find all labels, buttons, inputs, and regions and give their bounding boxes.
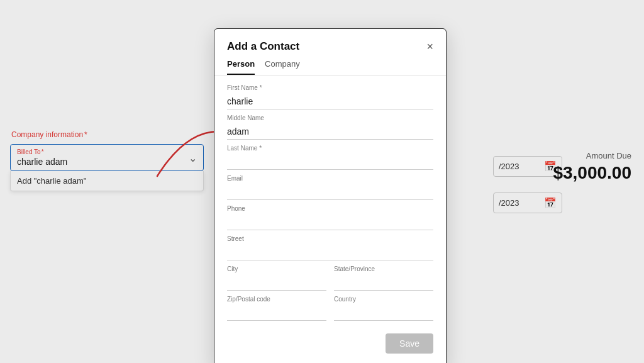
- email-label-text: Email: [227, 175, 243, 182]
- country-label-text: Country: [334, 296, 356, 303]
- state-input[interactable]: [334, 274, 433, 291]
- first-name-label-text: First Name *: [227, 84, 262, 91]
- country-input[interactable]: [334, 304, 433, 321]
- zip-country-row: Zip/Postal code Country: [227, 296, 433, 321]
- save-button[interactable]: Save: [386, 333, 433, 354]
- phone-label-text: Phone: [227, 205, 245, 212]
- phone-field: Phone: [227, 205, 433, 230]
- email-input[interactable]: [227, 183, 433, 200]
- middle-name-label-text: Middle Name: [227, 114, 264, 121]
- city-label-text: City: [227, 265, 238, 272]
- modal-header: Add a Contact ×: [214, 29, 446, 53]
- first-name-label: First Name *: [227, 84, 433, 91]
- modal-tabs: Person Company: [214, 53, 446, 75]
- last-name-label-text: Last Name *: [227, 145, 262, 152]
- street-field: Street: [227, 235, 433, 260]
- tab-person[interactable]: Person: [227, 59, 255, 75]
- state-field: State/Province: [334, 265, 433, 291]
- add-contact-modal: Add a Contact × Person Company First Nam…: [214, 28, 447, 363]
- city-label: City: [227, 265, 326, 272]
- zip-input[interactable]: [227, 304, 326, 321]
- last-name-field: Last Name *: [227, 145, 433, 170]
- zip-field: Zip/Postal code: [227, 296, 326, 321]
- zip-label-text: Zip/Postal code: [227, 296, 270, 303]
- street-label-text: Street: [227, 235, 244, 242]
- city-input[interactable]: [227, 274, 326, 291]
- country-field: Country: [334, 296, 433, 321]
- middle-name-input[interactable]: [227, 123, 433, 140]
- middle-name-field: Middle Name: [227, 114, 433, 140]
- zip-label: Zip/Postal code: [227, 296, 326, 303]
- tab-company[interactable]: Company: [265, 59, 300, 75]
- close-button[interactable]: ×: [426, 41, 433, 52]
- last-name-label: Last Name *: [227, 145, 433, 152]
- middle-name-label: Middle Name: [227, 114, 433, 121]
- city-field: City: [227, 265, 326, 291]
- city-state-row: City State/Province: [227, 265, 433, 291]
- phone-label: Phone: [227, 205, 433, 212]
- email-label: Email: [227, 175, 433, 182]
- first-name-input[interactable]: [227, 92, 433, 109]
- modal-footer: Save: [214, 326, 446, 354]
- state-label: State/Province: [334, 265, 433, 272]
- phone-input[interactable]: [227, 213, 433, 230]
- country-label: Country: [334, 296, 433, 303]
- street-label: Street: [227, 235, 433, 242]
- modal-title: Add a Contact: [227, 40, 299, 53]
- last-name-input[interactable]: [227, 153, 433, 170]
- first-name-field: First Name *: [227, 84, 433, 109]
- tab-company-label: Company: [265, 59, 300, 69]
- tab-person-label: Person: [227, 59, 255, 69]
- form-body: First Name * Middle Name Last Name * Ema…: [214, 84, 446, 321]
- street-input[interactable]: [227, 243, 433, 260]
- state-label-text: State/Province: [334, 265, 375, 272]
- email-field: Email: [227, 175, 433, 200]
